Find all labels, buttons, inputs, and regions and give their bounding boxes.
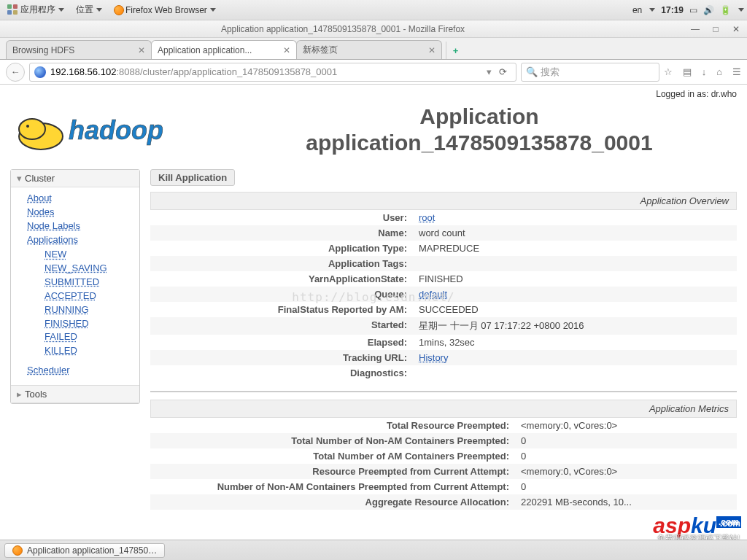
gnome-top-bar: 应用程序 位置 Firefox Web Browser en 17:19 ▭ 🔊… (0, 0, 747, 20)
metrics-r1-val: <memory:0, vCores:0> (515, 418, 737, 433)
metrics-table: Total Resource Preempted:<memory:0, vCor… (150, 418, 737, 510)
dropdown-icon[interactable]: ▾ (484, 66, 495, 77)
close-button[interactable]: ✕ (731, 24, 741, 34)
sidebar-link-submitted[interactable]: SUBMITTED (44, 276, 139, 289)
sidebar-link-new-saving[interactable]: NEW_SAVING (44, 262, 139, 276)
sidebar-link-killed[interactable]: KILLED (44, 344, 139, 358)
tab-new[interactable]: 新标签页 ✕ (296, 40, 442, 59)
overview-diag-val (413, 365, 737, 381)
login-info: Logged in as: dr.who (0, 85, 747, 99)
active-app-menu[interactable]: Firefox Web Browser (109, 4, 220, 17)
overview-name-key: Name: (150, 225, 413, 241)
window-title: Application application_1478509135878_00… (6, 24, 680, 34)
page-title-line2: application_1478509135878_0001 (222, 130, 737, 156)
maximize-button[interactable]: □ (711, 24, 721, 34)
sidebar-link-new[interactable]: NEW (44, 248, 139, 262)
places-label: 位置 (76, 4, 93, 16)
sidebar-link-failed[interactable]: FAILED (44, 330, 139, 344)
screen-icon[interactable]: ▭ (689, 5, 697, 15)
page-title: Application application_1478509135878_00… (222, 104, 737, 156)
sidebar-link-running[interactable]: RUNNING (44, 303, 139, 317)
toolbar: ← 192.168.56.102:8088/cluster/app/applic… (0, 60, 747, 85)
metrics-r4-key: Resource Preempted from Current Attempt: (150, 464, 515, 479)
overview-track-key: Tracking URL: (150, 350, 413, 365)
chevron-down-icon (96, 8, 102, 12)
sidebar: ▾Cluster About Nodes Node Labels Applica… (10, 169, 140, 404)
overview-elapsed-val: 1mins, 32sec (413, 335, 737, 350)
battery-icon[interactable]: 🔋 (720, 5, 731, 15)
reload-button[interactable]: ⟳ (495, 66, 511, 77)
svg-point-2 (26, 125, 29, 128)
overview-type-key: Application Type: (150, 241, 413, 256)
search-input[interactable]: 🔍 搜索 (521, 63, 659, 82)
overview-queue-key: Queue: (150, 287, 413, 302)
metrics-r5-val: 0 (515, 479, 737, 494)
taskbar-app-button[interactable]: Application application_147850… (4, 543, 165, 558)
sidebar-link-about[interactable]: About (27, 192, 139, 206)
sidebar-head-tools[interactable]: ▸Tools (11, 385, 139, 403)
clock[interactable]: 17:19 (661, 5, 684, 15)
metrics-r5-key: Number of Non-AM Containers Preempted fr… (150, 479, 515, 494)
url-input[interactable]: 192.168.56.102:8088/cluster/app/applicat… (29, 63, 516, 82)
tab-application[interactable]: Application application... ✕ (151, 40, 297, 59)
overview-user-link[interactable]: root (419, 212, 435, 223)
svg-point-1 (19, 119, 45, 139)
sidebar-head-cluster[interactable]: ▾Cluster (11, 170, 139, 187)
volume-icon[interactable]: 🔊 (703, 5, 714, 15)
sidebar-head-label: Tools (25, 389, 47, 400)
sidebar-link-nodes[interactable]: Nodes (27, 206, 139, 219)
overview-state-val: FINISHED (413, 271, 737, 287)
metrics-r6-val: 220291 MB-seconds, 10... (515, 494, 737, 510)
apps-icon (7, 4, 19, 16)
taskbar-label: Application application_147850… (27, 545, 157, 556)
chevron-down-icon (738, 8, 744, 12)
overview-name-val: word count (413, 225, 737, 241)
overview-started-key: Started: (150, 317, 413, 335)
sidebar-link-finished[interactable]: FINISHED (44, 317, 139, 331)
close-icon[interactable]: ✕ (279, 45, 290, 55)
downloads-icon[interactable]: ↓ (702, 66, 707, 77)
firefox-icon (114, 5, 124, 15)
caret-down-icon: ▾ (17, 173, 22, 184)
chevron-down-icon (58, 8, 64, 12)
sidebar-link-applications[interactable]: Applications (27, 233, 139, 247)
overview-started-val: 星期一 十一月 07 17:17:22 +0800 2016 (413, 317, 737, 335)
minimize-button[interactable]: — (690, 24, 700, 34)
chevron-down-icon (210, 8, 216, 12)
metrics-r3-val: 0 (515, 448, 737, 464)
overview-tags-key: Application Tags: (150, 256, 413, 271)
close-icon[interactable]: ✕ (133, 45, 145, 55)
metrics-r4-val: <memory:0, vCores:0> (515, 464, 737, 479)
tab-browsing-hdfs[interactable]: Browsing HDFS ✕ (6, 40, 152, 59)
places-menu[interactable]: 位置 (71, 2, 107, 18)
apps-label: 应用程序 (20, 4, 55, 16)
overview-track-link[interactable]: History (419, 352, 448, 363)
tab-label: Application application... (158, 45, 252, 55)
kill-application-button[interactable]: Kill Application (150, 169, 235, 186)
section-separator (150, 391, 737, 392)
overview-type-val: MAPREDUCE (413, 241, 737, 256)
bookmark-star-icon[interactable]: ☆ (664, 66, 673, 77)
tab-label: 新标签页 (303, 44, 338, 56)
overview-queue-link[interactable]: default (419, 289, 447, 300)
new-tab-button[interactable]: + (446, 42, 465, 59)
sidebar-link-scheduler[interactable]: Scheduler (27, 364, 139, 378)
apps-menu[interactable]: 应用程序 (3, 2, 69, 18)
hadoop-logo[interactable]: hadoop (10, 107, 222, 152)
caret-right-icon: ▸ (17, 389, 22, 400)
chevron-down-icon (649, 8, 655, 12)
metrics-r2-key: Total Number of Non-AM Containers Preemp… (150, 433, 515, 448)
home-icon[interactable]: ⌂ (716, 66, 722, 77)
overview-tags-val (413, 256, 737, 271)
close-icon[interactable]: ✕ (424, 45, 436, 55)
tab-label: Browsing HDFS (12, 45, 74, 55)
bookmarks-icon[interactable]: ▤ (683, 66, 692, 77)
page-title-line1: Application (222, 104, 737, 130)
lang-indicator[interactable]: en (632, 5, 642, 15)
menu-icon[interactable]: ☰ (732, 66, 741, 77)
section-head-overview: Application Overview (150, 192, 737, 210)
sidebar-link-node-labels[interactable]: Node Labels (27, 219, 139, 233)
sidebar-link-accepted[interactable]: ACCEPTED (44, 289, 139, 303)
window-titlebar: Application application_1478509135878_00… (0, 20, 747, 38)
back-button[interactable]: ← (6, 63, 25, 82)
